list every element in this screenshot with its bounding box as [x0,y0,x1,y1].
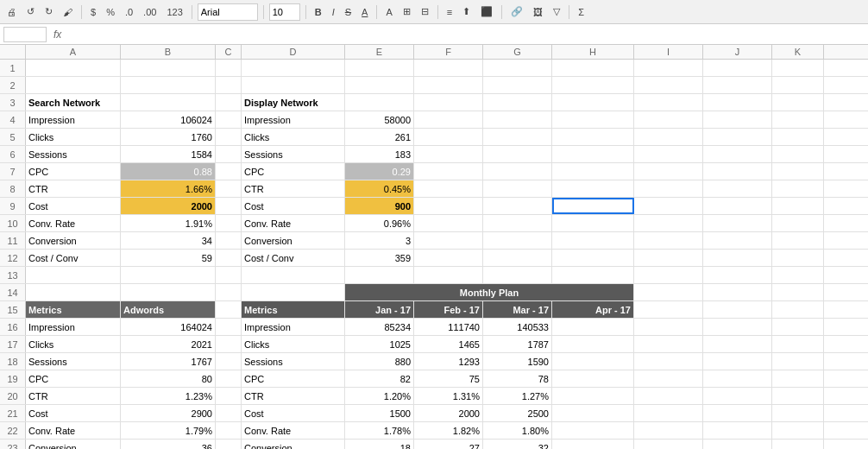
cell-i1[interactable] [634,60,703,76]
cell-g20[interactable]: 1.27% [483,388,552,404]
cell-b21[interactable]: 2900 [121,405,216,421]
cell-k14[interactable] [772,284,824,300]
cell-d14[interactable] [242,284,345,300]
cell-b15[interactable]: Adwords [121,301,216,318]
cell-d13[interactable] [242,267,345,283]
fill-color-button[interactable]: A [382,6,395,18]
cell-e1[interactable] [345,60,414,76]
strikethrough-button[interactable]: S [342,6,355,18]
cell-f6[interactable] [414,146,483,162]
cell-c11[interactable] [216,232,242,249]
cell-g10[interactable] [483,215,552,231]
cell-e16[interactable]: 85234 [345,319,414,335]
cell-f7[interactable] [414,163,483,180]
cell-g1[interactable] [483,60,552,76]
cell-h6[interactable] [552,146,634,162]
cell-b3[interactable] [121,94,216,111]
cell-j20[interactable] [703,388,772,404]
cell-k22[interactable] [772,422,824,439]
cell-h16[interactable] [552,319,634,335]
cell-b1[interactable] [121,60,216,76]
cell-i4[interactable] [634,111,703,128]
bold-button[interactable]: B [311,6,325,18]
cell-b9[interactable]: 2000 [121,198,216,214]
cell-e15[interactable]: Jan - 17 [345,301,414,318]
cell-g17[interactable]: 1787 [483,336,552,352]
cell-g13[interactable] [483,267,552,283]
cell-b18[interactable]: 1767 [121,353,216,370]
cell-g22[interactable]: 1.80% [483,422,552,439]
cell-a11[interactable]: Conversion [26,232,121,249]
cell-b13[interactable] [121,267,216,283]
cell-j4[interactable] [703,111,772,128]
cell-e22[interactable]: 1.78% [345,422,414,439]
cell-f4[interactable] [414,111,483,128]
cell-a10[interactable]: Conv. Rate [26,215,121,231]
cell-c13[interactable] [216,267,242,283]
cell-j18[interactable] [703,353,772,370]
cell-a14[interactable] [26,284,121,300]
cell-b2[interactable] [121,77,216,93]
cell-i12[interactable] [634,250,703,266]
cell-j2[interactable] [703,77,772,93]
cell-e3[interactable] [345,94,414,111]
cell-c4[interactable] [216,111,242,128]
cell-k6[interactable] [772,146,824,162]
cell-f13[interactable] [414,267,483,283]
cell-i22[interactable] [634,422,703,439]
cell-j17[interactable] [703,336,772,352]
cell-d21[interactable]: Cost [242,405,345,421]
cell-f2[interactable] [414,77,483,93]
cell-i8[interactable] [634,180,703,197]
cell-a1[interactable] [26,60,121,76]
align-left-button[interactable]: ≡ [443,6,456,18]
cell-c7[interactable] [216,163,242,180]
cell-i7[interactable] [634,163,703,180]
cell-d23[interactable]: Conversion [242,440,345,449]
cell-d7[interactable]: CPC [242,163,345,180]
currency-button[interactable]: $ [87,6,99,18]
cell-d4[interactable]: Impression [242,111,345,128]
cell-k18[interactable] [772,353,824,370]
cell-c16[interactable] [216,319,242,335]
cell-f23[interactable]: 27 [414,440,483,449]
cell-f3[interactable] [414,94,483,111]
cell-h4[interactable] [552,111,634,128]
paint-format-button[interactable]: 🖌 [60,6,76,18]
cell-i18[interactable] [634,353,703,370]
cell-e19[interactable]: 82 [345,370,414,387]
cell-i2[interactable] [634,77,703,93]
borders-button[interactable]: ⊞ [399,5,414,18]
print-button[interactable]: 🖨 [3,6,20,18]
cell-c22[interactable] [216,422,242,439]
cell-f17[interactable]: 1465 [414,336,483,352]
cell-b11[interactable]: 34 [121,232,216,249]
cell-i23[interactable] [634,440,703,449]
cell-c9[interactable] [216,198,242,214]
cell-c8[interactable] [216,180,242,197]
cell-b14[interactable] [121,284,216,300]
cell-g9[interactable] [483,198,552,214]
cell-g21[interactable]: 2500 [483,405,552,421]
cell-g6[interactable] [483,146,552,162]
col-header-a[interactable]: A [26,45,121,59]
col-header-e[interactable]: E [345,45,414,59]
cell-k3[interactable] [772,94,824,111]
undo-button[interactable]: ↺ [23,5,38,18]
cell-k19[interactable] [772,370,824,387]
cell-e21[interactable]: 1500 [345,405,414,421]
cell-j22[interactable] [703,422,772,439]
sum-button[interactable]: Σ [575,6,588,18]
cell-c12[interactable] [216,250,242,266]
cell-i20[interactable] [634,388,703,404]
col-header-d[interactable]: D [242,45,345,59]
font-size-input[interactable] [269,3,300,21]
cell-k17[interactable] [772,336,824,352]
cell-h11[interactable] [552,232,634,249]
cell-h20[interactable] [552,388,634,404]
cell-k7[interactable] [772,163,824,180]
cell-f15[interactable]: Feb - 17 [414,301,483,318]
cell-h18[interactable] [552,353,634,370]
cell-g3[interactable] [483,94,552,111]
cell-i6[interactable] [634,146,703,162]
